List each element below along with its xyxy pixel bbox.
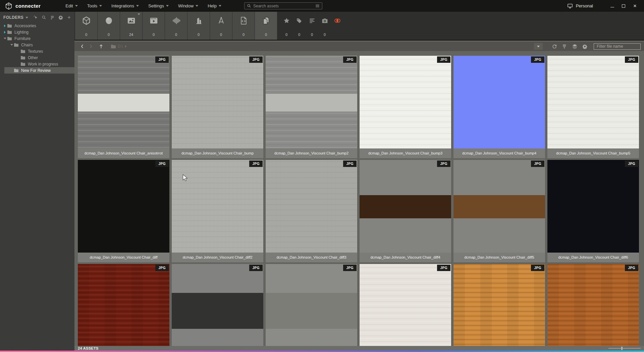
view-dropdown-button[interactable]: [534, 43, 543, 50]
workspace-switcher[interactable]: Personal: [565, 3, 595, 8]
sidebar-item-textures[interactable]: Textures: [0, 48, 74, 54]
asset-tile[interactable]: JPGdcmap_Dan Johnson_Viscount Chair_bump…: [547, 56, 639, 158]
filter-list[interactable]: 0: [306, 12, 318, 40]
filter-video[interactable]: 0: [143, 12, 165, 40]
asset-tile[interactable]: JPGdcmap_Dan Johnson_Viscount Chair_diff: [78, 160, 169, 262]
asset-thumbnail: [453, 56, 545, 148]
asset-name: dcmap_Dan Johnson_Viscount Chair_bump5: [547, 148, 639, 158]
asset-tile[interactable]: JPG: [453, 264, 545, 346]
filter-code-file[interactable]: 0: [232, 12, 255, 40]
list-icon: [308, 17, 316, 24]
chevron-down-icon[interactable]: [138, 13, 140, 15]
filter-cube[interactable]: 0: [75, 12, 97, 40]
file-type-badge: JPG: [155, 161, 169, 167]
filter-sphere[interactable]: 0: [98, 12, 120, 40]
asset-tile[interactable]: JPGdcmap_Dan Johnson_Viscount Chair_diff…: [453, 160, 545, 262]
filter-image[interactable]: 24: [120, 12, 142, 40]
file-type-badge: JPG: [249, 265, 263, 271]
asset-thumbnail: [547, 160, 639, 253]
menu-edit[interactable]: Edit: [61, 0, 82, 12]
thumbnail-size-slider[interactable]: [608, 348, 641, 349]
menu-tools[interactable]: Tools: [83, 0, 106, 12]
filter-audio[interactable]: 0: [165, 12, 187, 40]
sort-folders-icon[interactable]: [50, 15, 55, 20]
collapse-arrow-icon[interactable]: [4, 38, 6, 39]
chevron-down-icon: [136, 5, 139, 7]
folders-header[interactable]: FOLDERS: [3, 15, 28, 20]
breadcrumb[interactable]: D:\: [111, 44, 127, 49]
filter-camera[interactable]: 0: [318, 12, 331, 40]
file-type-badge: JPG: [343, 56, 357, 63]
expand-arrow-icon[interactable]: [4, 31, 6, 34]
file-type-badge: JPG: [343, 265, 357, 271]
menu-settings[interactable]: Settings: [144, 0, 173, 12]
refresh-icon[interactable]: [551, 43, 557, 49]
pick-folder-icon[interactable]: [33, 15, 38, 20]
sidebar-item-new-for-review[interactable]: New For Review: [4, 67, 74, 74]
folder-settings-gear-icon[interactable]: [58, 15, 63, 20]
filter-filename-input[interactable]: [594, 43, 641, 50]
layers-icon[interactable]: [572, 43, 578, 49]
filter-building[interactable]: 0: [187, 12, 210, 40]
asset-name: dcmap_Dan Johnson_Viscount Chair_anisotr…: [78, 148, 169, 158]
connecter-logo-icon: [5, 2, 13, 10]
asset-tile[interactable]: JPGdcmap_Dan Johnson_Viscount Chair_bump…: [266, 56, 357, 158]
up-button[interactable]: [97, 43, 105, 50]
sidebar-item-work-in-progress[interactable]: Work in progress: [0, 61, 74, 67]
asset-tile[interactable]: JPGdcmap_Dan Johnson_Viscount Chair_bump: [172, 56, 263, 158]
asset-thumbnail: [547, 264, 639, 346]
search-folders-icon[interactable]: [41, 15, 47, 20]
search-filters-icon[interactable]: [315, 4, 320, 8]
compare-icon: [334, 17, 341, 24]
sort-icon[interactable]: [561, 43, 568, 49]
asset-tile[interactable]: JPG: [266, 264, 357, 346]
slider-handle[interactable]: [621, 347, 623, 350]
filter-count: 0: [298, 33, 300, 37]
search-input[interactable]: [253, 4, 313, 8]
asset-thumbnail: [266, 56, 357, 148]
tag-icon: [296, 17, 303, 24]
back-button[interactable]: [78, 43, 86, 50]
sidebar-item-lighting[interactable]: Lighting: [0, 29, 74, 35]
sidebar-item-accessories[interactable]: Accessories: [0, 23, 74, 29]
asset-tile[interactable]: JPGdcmap_Dan Johnson_Viscount Chair_diff…: [172, 160, 263, 262]
sidebar-item-furniture[interactable]: Furniture: [0, 35, 74, 42]
filter-compare[interactable]: [331, 12, 344, 40]
asset-tile[interactable]: JPGdcmap_Dan Johnson_Viscount Chair_anis…: [78, 56, 169, 158]
filter-tag[interactable]: 0: [293, 12, 306, 40]
collapse-arrow-icon[interactable]: [10, 44, 13, 46]
sidebar-item-chairs[interactable]: Chairs: [0, 42, 74, 48]
filter-compass[interactable]: 0: [210, 12, 232, 40]
view-settings-gear-icon[interactable]: [582, 43, 588, 49]
minimize-button[interactable]: [607, 2, 617, 10]
forward-button[interactable]: [87, 43, 95, 50]
close-button[interactable]: ×: [630, 2, 640, 10]
expand-arrow-icon[interactable]: [4, 25, 6, 27]
folder-label: Lighting: [14, 30, 29, 35]
asset-tile[interactable]: JPG: [547, 264, 639, 346]
filter-count: 0: [324, 33, 326, 37]
filter-documents[interactable]: 0: [255, 12, 277, 40]
navigation-bar: D:\: [74, 42, 644, 51]
asset-tile[interactable]: JPG: [360, 264, 451, 346]
breadcrumb-path: D:\: [118, 44, 123, 49]
asset-tile[interactable]: JPGdcmap_Dan Johnson_Viscount Chair_bump…: [360, 56, 451, 158]
menu-help[interactable]: Help: [204, 0, 225, 12]
global-search[interactable]: [244, 2, 322, 9]
video-icon: [149, 16, 158, 25]
asset-tile[interactable]: JPG: [172, 264, 263, 346]
compass-icon: [217, 16, 226, 25]
asset-tile[interactable]: JPGdcmap_Dan Johnson_Viscount Chair_bump…: [453, 56, 545, 158]
menu-integrations[interactable]: Integrations: [107, 0, 143, 12]
maximize-button[interactable]: [619, 2, 629, 10]
add-folder-icon[interactable]: +: [66, 15, 72, 20]
sidebar-item-other[interactable]: Other: [0, 54, 74, 61]
menu-window[interactable]: Window: [174, 0, 202, 12]
filter-star[interactable]: 0: [280, 12, 293, 40]
asset-tile[interactable]: JPGdcmap_Dan Johnson_Viscount Chair_diff…: [360, 160, 451, 262]
asset-tile[interactable]: JPGdcmap_Dan Johnson_Viscount Chair_diff…: [547, 160, 639, 262]
asset-tile[interactable]: JPGdcmap_Dan Johnson_Viscount Chair_diff…: [266, 160, 357, 262]
file-type-badge: JPG: [343, 161, 357, 167]
menu-label: Integrations: [111, 3, 134, 8]
asset-tile[interactable]: JPG: [78, 264, 169, 346]
